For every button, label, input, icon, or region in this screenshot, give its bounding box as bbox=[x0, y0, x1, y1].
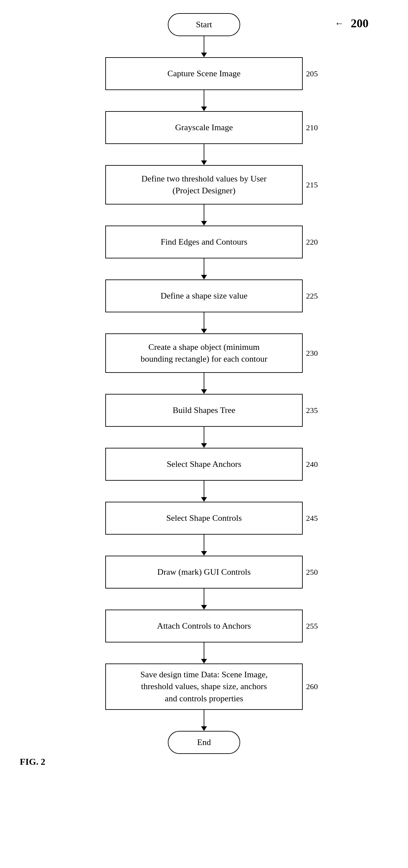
start-node-wrap: Start bbox=[168, 13, 240, 36]
node-205-wrap: Capture Scene Image 205 bbox=[105, 57, 303, 90]
node-215: Define two threshold values by User (Pro… bbox=[105, 165, 303, 205]
connector-1 bbox=[201, 36, 207, 57]
node-220-num: 220 bbox=[306, 238, 318, 247]
node-220-wrap: Find Edges and Contours 220 bbox=[105, 225, 303, 258]
arrow-line bbox=[204, 258, 205, 275]
arrow-head bbox=[201, 160, 207, 165]
node-205-num: 205 bbox=[306, 69, 318, 78]
node-215-label: Define two threshold values by User (Pro… bbox=[142, 173, 267, 197]
arrow-head bbox=[201, 221, 207, 225]
node-210: Grayscale Image bbox=[105, 111, 303, 144]
connector-12 bbox=[201, 643, 207, 663]
node-235-label: Build Shapes Tree bbox=[173, 404, 236, 416]
connector-9 bbox=[201, 481, 207, 502]
node-225-wrap: Define a shape size value 225 bbox=[105, 279, 303, 312]
node-260-label: Save design time Data: Scene Image, thre… bbox=[141, 669, 268, 705]
node-225: Define a shape size value bbox=[105, 279, 303, 312]
arrow-head bbox=[201, 551, 207, 556]
node-250: Draw (mark) GUI Controls bbox=[105, 556, 303, 589]
node-230-label: Create a shape object (minimum bounding … bbox=[141, 341, 267, 365]
node-240-wrap: Select Shape Anchors 240 bbox=[105, 448, 303, 481]
arrow-head bbox=[201, 329, 207, 333]
arrow-line bbox=[204, 373, 205, 389]
fig-label: FIG. 2 bbox=[20, 756, 46, 767]
node-230-wrap: Create a shape object (minimum bounding … bbox=[105, 333, 303, 373]
node-260-num: 260 bbox=[306, 682, 318, 691]
node-250-num: 250 bbox=[306, 568, 318, 577]
node-240: Select Shape Anchors bbox=[105, 448, 303, 481]
figure-number: 200 bbox=[351, 17, 369, 30]
node-255-num: 255 bbox=[306, 622, 318, 631]
end-oval: End bbox=[168, 731, 240, 754]
node-235: Build Shapes Tree bbox=[105, 394, 303, 427]
node-260-wrap: Save design time Data: Scene Image, thre… bbox=[105, 663, 303, 710]
node-260: Save design time Data: Scene Image, thre… bbox=[105, 663, 303, 710]
connector-7 bbox=[201, 373, 207, 394]
node-215-num: 215 bbox=[306, 181, 318, 189]
node-245-wrap: Select Shape Controls 245 bbox=[105, 502, 303, 535]
start-oval: Start bbox=[168, 13, 240, 36]
connector-2 bbox=[201, 90, 207, 111]
node-250-wrap: Draw (mark) GUI Controls 250 bbox=[105, 556, 303, 589]
connector-13 bbox=[201, 710, 207, 731]
connector-6 bbox=[201, 312, 207, 333]
arrow-head bbox=[201, 659, 207, 663]
node-230: Create a shape object (minimum bounding … bbox=[105, 333, 303, 373]
arrow-line bbox=[204, 144, 205, 160]
node-240-label: Select Shape Anchors bbox=[167, 458, 241, 470]
figure-arrow: ← bbox=[334, 18, 344, 29]
node-235-wrap: Build Shapes Tree 235 bbox=[105, 394, 303, 427]
node-220-label: Find Edges and Contours bbox=[161, 236, 247, 248]
end-node-wrap: End bbox=[168, 731, 240, 754]
arrow-line bbox=[204, 90, 205, 106]
arrow-line bbox=[204, 535, 205, 551]
connector-10 bbox=[201, 535, 207, 556]
node-220: Find Edges and Contours bbox=[105, 225, 303, 258]
connector-8 bbox=[201, 427, 207, 448]
connector-3 bbox=[201, 144, 207, 165]
arrow-line bbox=[204, 312, 205, 329]
node-210-label: Grayscale Image bbox=[175, 122, 233, 133]
arrow-head bbox=[201, 726, 207, 731]
arrow-head bbox=[201, 53, 207, 57]
node-245-label: Select Shape Controls bbox=[166, 512, 242, 524]
connector-5 bbox=[201, 258, 207, 279]
node-215-wrap: Define two threshold values by User (Pro… bbox=[105, 165, 303, 205]
arrow-line bbox=[204, 710, 205, 726]
node-235-num: 235 bbox=[306, 406, 318, 415]
diagram-container: 200 ← Start Capture Scene Image 205 Gray… bbox=[0, 0, 408, 774]
arrow-head bbox=[201, 443, 207, 448]
node-240-num: 240 bbox=[306, 460, 318, 469]
node-255-wrap: Attach Controls to Anchors 255 bbox=[105, 610, 303, 643]
node-225-label: Define a shape size value bbox=[161, 290, 247, 302]
node-245: Select Shape Controls bbox=[105, 502, 303, 535]
arrow-line bbox=[204, 36, 205, 53]
arrow-line bbox=[204, 205, 205, 221]
connector-11 bbox=[201, 589, 207, 610]
arrow-line bbox=[204, 589, 205, 605]
node-255-label: Attach Controls to Anchors bbox=[157, 620, 251, 632]
node-210-wrap: Grayscale Image 210 bbox=[105, 111, 303, 144]
arrow-head bbox=[201, 605, 207, 610]
node-245-num: 245 bbox=[306, 514, 318, 523]
arrow-line bbox=[204, 481, 205, 497]
start-label: Start bbox=[196, 20, 212, 30]
node-225-num: 225 bbox=[306, 291, 318, 301]
end-label: End bbox=[197, 738, 211, 747]
arrow-line bbox=[204, 643, 205, 659]
node-230-num: 230 bbox=[306, 349, 318, 358]
connector-4 bbox=[201, 205, 207, 225]
node-250-label: Draw (mark) GUI Controls bbox=[157, 566, 251, 578]
arrow-head bbox=[201, 106, 207, 111]
node-255: Attach Controls to Anchors bbox=[105, 610, 303, 643]
arrow-head bbox=[201, 275, 207, 279]
node-205: Capture Scene Image bbox=[105, 57, 303, 90]
arrow-line bbox=[204, 427, 205, 443]
node-205-label: Capture Scene Image bbox=[168, 68, 240, 80]
node-210-num: 210 bbox=[306, 123, 318, 132]
arrow-head bbox=[201, 497, 207, 502]
arrow-head bbox=[201, 389, 207, 394]
